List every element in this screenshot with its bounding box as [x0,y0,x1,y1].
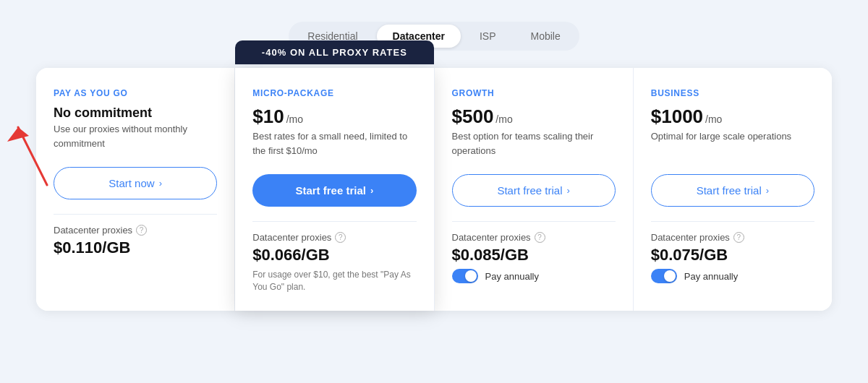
plan-title-business: BUSINESS [651,88,814,98]
featured-banner: -40% ON ALL PROXY RATES [235,40,433,64]
chevron-icon-micro: › [370,185,373,196]
chevron-icon-growth: › [566,185,569,196]
card-business: BUSINESS $1000 /mo Optimal for large sca… [634,68,832,311]
toggle-business[interactable] [651,269,677,283]
plan-desc-growth: Best option for teams scaling their oper… [452,129,616,161]
proxy-note-micro: For usage over $10, get the best "Pay As… [252,269,416,293]
plan-price-payg: No commitment [54,106,217,121]
help-icon-growth[interactable]: ? [535,232,545,243]
divider-growth [452,221,616,222]
pricing-cards-wrapper: PAY AS YOU GO No commitment Use our prox… [36,68,832,311]
proxy-price-payg: $0.110/GB [54,238,217,257]
start-free-trial-button-business[interactable]: Start free trial › [651,174,814,207]
plan-price-business: $1000 /mo [651,106,814,128]
plan-price-growth: $500 /mo [452,106,616,128]
card-pay-as-you-go: PAY AS YOU GO No commitment Use our prox… [36,68,235,311]
start-free-trial-button-growth[interactable]: Start free trial › [452,174,616,207]
proxy-price-growth: $0.085/GB [452,246,616,264]
svg-marker-1 [7,127,29,142]
help-icon-micro[interactable]: ? [335,232,346,243]
start-now-button[interactable]: Start now › [54,167,217,199]
pricing-cards: PAY AS YOU GO No commitment Use our prox… [36,68,832,311]
plan-title-growth: GROWTH [452,88,616,98]
plan-desc-micro: Best rates for a small need, limited to … [252,129,416,161]
plan-title-payg: PAY AS YOU GO [54,88,217,98]
divider-micro [252,221,416,222]
divider-payg [54,214,217,215]
start-free-trial-button-micro[interactable]: Start free trial › [252,174,416,207]
plan-price-micro: $10 /mo [252,106,416,128]
proxy-price-micro: $0.066/GB [252,246,416,264]
proxy-label-micro: Datacenter proxies ? [252,232,416,243]
help-icon-business[interactable]: ? [733,232,744,243]
toggle-growth[interactable] [452,269,478,283]
plan-desc-payg: Use our proxies without monthly commitme… [54,122,217,154]
pay-annually-growth: Pay annually [452,269,616,283]
plan-desc-business: Optimal for large scale operations [651,129,814,161]
card-micro-package: -40% ON ALL PROXY RATES MICRO-PACKAGE $1… [235,68,434,311]
pay-annually-business: Pay annually [651,269,814,283]
tab-mobile[interactable]: Mobile [514,25,576,48]
proxy-label-payg: Datacenter proxies ? [54,225,217,236]
tab-isp[interactable]: ISP [464,25,512,48]
proxy-price-business: $0.075/GB [651,246,814,264]
plan-title-micro: MICRO-PACKAGE [252,88,416,98]
chevron-icon: › [159,178,162,189]
proxy-label-growth: Datacenter proxies ? [452,232,616,243]
help-icon-payg[interactable]: ? [136,225,147,236]
chevron-icon-business: › [766,185,769,196]
card-growth: GROWTH $500 /mo Best option for teams sc… [435,68,634,311]
divider-business [651,221,814,222]
proxy-label-business: Datacenter proxies ? [651,232,814,243]
